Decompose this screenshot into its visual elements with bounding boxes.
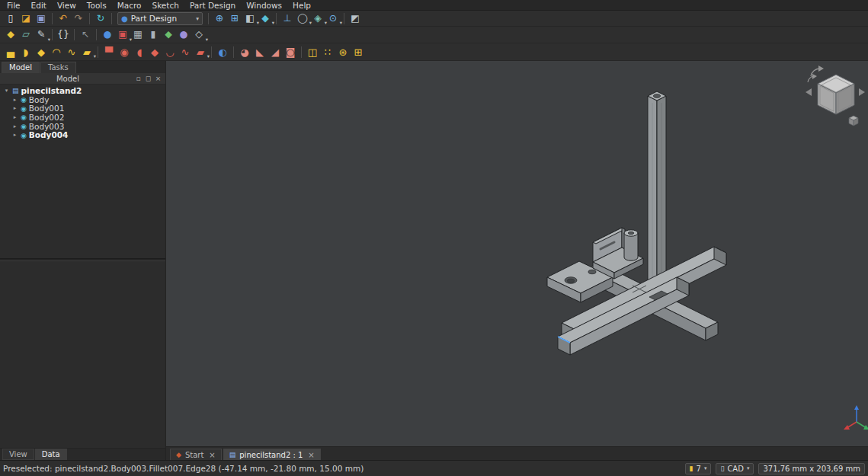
linear-pattern-icon[interactable]: ∷ (320, 45, 335, 59)
texture-view-icon[interactable]: ◈▾ (310, 11, 325, 25)
revolution-icon[interactable]: ◗ (18, 45, 34, 59)
additive-pipe-glyph: ◠ (52, 47, 60, 57)
macro-record-icon[interactable]: {} (56, 28, 71, 42)
tree-item-body002[interactable]: ▸◉Body002 (0, 113, 165, 123)
polar-pattern-icon[interactable]: ⊛ (335, 45, 351, 59)
expander-icon[interactable]: ▸ (11, 96, 18, 105)
section-view-icon[interactable]: ◩ (348, 11, 363, 25)
subtractive-primitive-icon[interactable]: ▰▾ (193, 45, 208, 59)
tab-pinecilstand2-1[interactable]: ▤pinecilstand2 : 1× (223, 449, 321, 460)
tree-item-body001[interactable]: ▸◉Body001 (0, 104, 165, 113)
close-icon[interactable]: × (209, 451, 215, 459)
datum-tools-icon[interactable]: ◇▾ (191, 28, 207, 42)
chevron-down-icon: ▾ (206, 37, 208, 43)
expander-icon[interactable]: ▾ (3, 87, 10, 96)
expander-icon[interactable]: ▸ (11, 131, 18, 140)
cylinder-display-icon[interactable]: ▮ (146, 28, 161, 42)
edit-sketch-icon[interactable]: ✎▾ (34, 28, 49, 42)
property-editor (0, 261, 165, 448)
expander-icon[interactable]: ▸ (11, 104, 18, 113)
draw-style-icon[interactable]: ◧▾ (242, 11, 258, 25)
additive-pipe-icon[interactable]: ◠ (49, 45, 64, 59)
expander-icon[interactable]: ▸ (11, 123, 18, 132)
new-document-icon[interactable]: ▯ (3, 11, 18, 25)
pocket-icon[interactable]: ▀ (101, 45, 117, 59)
menu-view[interactable]: View (52, 1, 82, 10)
tab-tasks[interactable]: Tasks (40, 62, 76, 73)
fit-all-icon[interactable]: ⊕ (212, 11, 227, 25)
tree-item-body[interactable]: ▸◉Body (0, 96, 165, 105)
clipping-plane-icon[interactable]: ◯▾ (295, 11, 310, 25)
tree-item-pinecilstand2[interactable]: ▾▤pinecilstand2 (0, 87, 165, 96)
check-geometry-icon[interactable]: ● (176, 28, 191, 42)
fillet-icon[interactable]: ◕ (237, 45, 252, 59)
navigation-cube[interactable] (806, 65, 865, 126)
model-post[interactable] (648, 91, 666, 299)
workbench-selector[interactable]: ●Part Design▾ (117, 12, 203, 25)
tab-view[interactable]: View (2, 449, 34, 460)
zoom-selection-icon[interactable]: ⊞ (227, 11, 242, 25)
draft-icon[interactable]: ◢ (267, 45, 283, 59)
menu-help[interactable]: Help (287, 1, 316, 10)
menu-sketch[interactable]: Sketch (147, 1, 184, 10)
redo-icon[interactable]: ↷ (71, 11, 86, 25)
toolbar-separator (233, 46, 234, 58)
clipping-plane-glyph: ◯ (297, 14, 308, 24)
menu-tools[interactable]: Tools (82, 1, 112, 10)
undock-panel-button[interactable]: ▫ (133, 74, 143, 84)
groove-icon[interactable]: ◖ (132, 45, 147, 59)
close-panel-button[interactable]: × (153, 74, 163, 84)
subtractive-pipe-icon[interactable]: ◡ (162, 45, 178, 59)
tab-start[interactable]: ◆Start× (170, 449, 222, 460)
model-pinecilstand[interactable] (547, 91, 726, 355)
chevron-down-icon: ▾ (48, 37, 50, 43)
menu-part-design[interactable]: Part Design (184, 1, 241, 10)
undo-icon[interactable]: ↶ (56, 11, 71, 25)
set-color-icon[interactable]: ▣▾ (115, 28, 130, 42)
additive-loft-icon[interactable]: ◆ (34, 45, 49, 59)
refresh-icon[interactable]: ↻ (93, 11, 108, 25)
create-sketch-icon[interactable]: ▱ (18, 28, 34, 42)
macro-record-glyph: {} (57, 30, 69, 40)
maximize-panel-button[interactable]: ◻ (143, 74, 153, 84)
zoom-tools-icon[interactable]: ⊙▾ (325, 11, 341, 25)
menu-file[interactable]: File (2, 1, 26, 10)
pad-icon[interactable]: ▄ (3, 45, 18, 59)
close-icon[interactable]: × (308, 451, 314, 459)
boolean-operation-icon[interactable]: ◐ (215, 45, 230, 59)
view-isometric-icon[interactable]: ◆▾ (258, 11, 273, 25)
subtractive-helix-icon[interactable]: ∿ (178, 45, 193, 59)
nav-mini-cube-icon[interactable] (849, 116, 858, 126)
open-document-icon[interactable]: ◪ (18, 11, 34, 25)
3d-viewport[interactable] (166, 61, 868, 446)
additive-primitive-icon[interactable]: ▰▾ (79, 45, 94, 59)
tab-model[interactable]: Model (2, 62, 40, 73)
chamfer-icon[interactable]: ◣ (252, 45, 267, 59)
mirrored-icon[interactable]: ◫ (305, 45, 320, 59)
tab-data[interactable]: Data (35, 449, 67, 460)
hole-glyph: ◉ (120, 47, 128, 57)
model-cylinder[interactable] (624, 230, 638, 260)
tree-item-body003[interactable]: ▸◉Body003 (0, 123, 165, 132)
menu-windows[interactable]: Windows (241, 1, 287, 10)
select-arrow-icon[interactable]: ↖ (78, 28, 93, 42)
multi-transform-icon[interactable]: ⊞ (351, 45, 366, 59)
save-document-icon[interactable]: ▣ (34, 11, 49, 25)
align-view-icon[interactable]: ⊥ (280, 11, 295, 25)
subtractive-loft-icon[interactable]: ◆ (147, 45, 162, 59)
menu-macro[interactable]: Macro (112, 1, 147, 10)
draft-glyph: ◢ (271, 47, 279, 57)
box-display-icon[interactable]: ▦ (130, 28, 146, 42)
refine-shape-icon[interactable]: ◆ (161, 28, 176, 42)
create-body-icon[interactable]: ◆ (3, 28, 18, 42)
tree-item-body004[interactable]: ▸◉Body004 (0, 131, 165, 140)
expander-icon[interactable]: ▸ (11, 113, 18, 123)
navigation-style-selector[interactable]: ▯ CAD ▾ (716, 463, 754, 474)
additive-helix-icon[interactable]: ∿ (64, 45, 79, 59)
thickness-glyph: ◙ (286, 47, 296, 57)
hole-icon[interactable]: ◉ (117, 45, 132, 59)
appearance-icon[interactable]: ● (100, 28, 115, 42)
menu-edit[interactable]: Edit (26, 1, 52, 10)
thickness-icon[interactable]: ◙ (283, 45, 298, 59)
marker-size-selector[interactable]: ▮ 7 ▾ (685, 463, 712, 474)
